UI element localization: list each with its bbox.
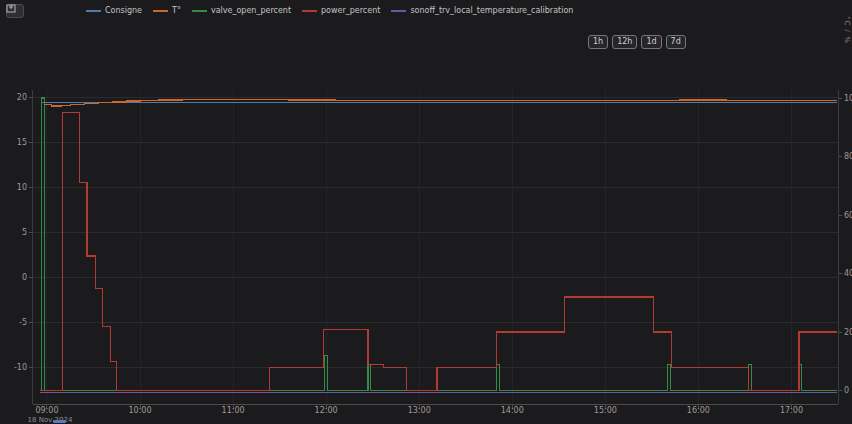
grid-lines <box>33 90 838 404</box>
restore-view-button[interactable] <box>6 4 24 18</box>
left-axis-tick-label: 5 <box>22 228 27 237</box>
range-button-1d[interactable]: 1d <box>641 35 661 49</box>
legend-item-power-percent[interactable]: power_percent <box>302 7 380 15</box>
thermostat-chart-card: 09:0010:0011:0012:0013:0014:0015:0016:00… <box>0 0 852 424</box>
right-axis-tick-label: 80 <box>844 152 852 161</box>
left-axis-tick-label: -10 <box>14 363 27 372</box>
range-button-1h[interactable]: 1h <box>588 35 608 49</box>
left-axis-tick-label: 0 <box>22 273 27 282</box>
chart-topbar: ConsigneT°valve_open_percentpower_percen… <box>6 3 842 18</box>
x-tick-label: 16:00 <box>687 406 710 415</box>
right-axis-tick-label: 20 <box>844 328 852 337</box>
legend-label: power_percent <box>321 7 380 15</box>
legend-item-t-[interactable]: T° <box>153 7 181 15</box>
right-axis-tick-label: 40 <box>844 269 852 278</box>
axes <box>29 90 842 409</box>
legend-label: Consigne <box>105 7 142 15</box>
left-axis-tick-label: -5 <box>19 318 27 327</box>
right-axis-tick-label: 100 <box>844 94 852 103</box>
left-axis-tick-label: 15 <box>17 138 27 147</box>
x-tick-label: 09:00 <box>35 406 58 415</box>
range-button-7d[interactable]: 7d <box>666 35 686 49</box>
chart-legend: ConsigneT°valve_open_percentpower_percen… <box>86 7 573 15</box>
range-button-12h[interactable]: 12h <box>612 35 637 49</box>
x-tick-label: 15:00 <box>594 406 617 415</box>
legend-label: T° <box>172 7 181 15</box>
x-tick-label: 17:00 <box>780 406 803 415</box>
legend-label: sonoff_trv_local_temperature_calibration <box>410 7 573 15</box>
right-axis-tick-label: 0 <box>844 386 849 395</box>
x-tick-label: 12:00 <box>315 406 338 415</box>
left-axis-tick-label: 20 <box>17 93 27 102</box>
series-line-power-percent <box>40 113 838 391</box>
legend-item-consigne[interactable]: Consigne <box>86 7 142 15</box>
legend-line-swatch <box>192 10 207 12</box>
chart-canvas[interactable]: 09:0010:0011:0012:0013:0014:0015:0016:00… <box>0 0 852 424</box>
legend-line-swatch <box>391 10 406 12</box>
legend-item-sonoff-trv-local-temperature-calibration[interactable]: sonoff_trv_local_temperature_calibration <box>391 7 573 15</box>
x-tick-label: 11:00 <box>222 406 245 415</box>
right-axis-tick-label: 60 <box>844 211 852 220</box>
x-tick-label: 13:00 <box>408 406 431 415</box>
x-tick-label: 10:00 <box>128 406 151 415</box>
legend-line-swatch <box>302 10 317 12</box>
x-axis-date-label: 18 Nov 2024 <box>28 416 73 424</box>
legend-label: valve_open_percent <box>211 7 291 15</box>
legend-line-swatch <box>86 10 101 12</box>
legend-line-swatch <box>153 10 168 12</box>
left-axis-tick-label: 10 <box>17 183 27 192</box>
right-axis-title: °C / % <box>843 16 851 44</box>
legend-item-valve-open-percent[interactable]: valve_open_percent <box>192 7 291 15</box>
range-buttons: 1h12h1d7d <box>588 35 686 49</box>
x-tick-label: 14:00 <box>501 406 524 415</box>
mini-scrollbar[interactable] <box>53 420 66 423</box>
